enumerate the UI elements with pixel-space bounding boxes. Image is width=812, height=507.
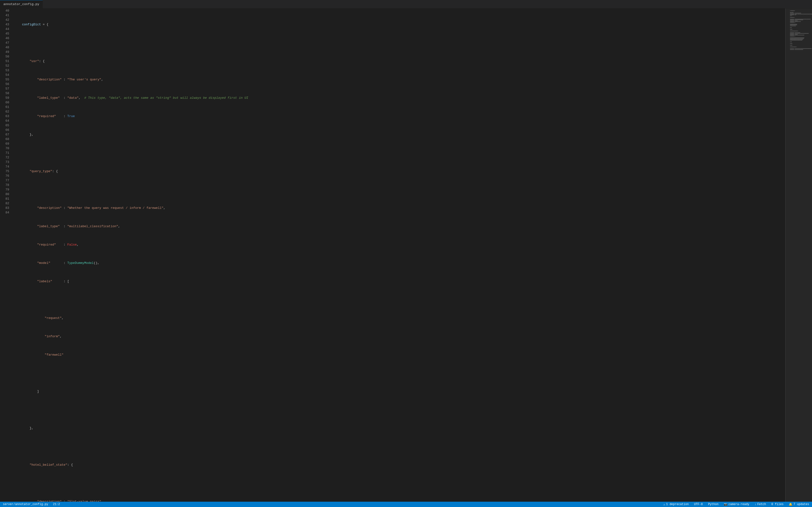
ln-75: 75 — [0, 169, 9, 174]
code-line-55 — [14, 297, 780, 302]
code-line-64: "hotel_belief_state": { — [14, 463, 780, 467]
code-line-41 — [14, 41, 780, 45]
ln-62: 62 — [0, 109, 9, 114]
bell-icon: 🔔 — [789, 503, 793, 506]
ln-48: 48 — [0, 45, 9, 50]
ln-71: 71 — [0, 151, 9, 155]
code-line-46: }, — [14, 132, 780, 137]
updates-label: 7 updates — [794, 503, 809, 506]
ln-79: 79 — [0, 187, 9, 192]
ln-54: 54 — [0, 73, 9, 77]
ln-52: 52 — [0, 63, 9, 68]
code-line-66: "description" : "Slot-value pairs", — [14, 499, 780, 502]
editor-area[interactable]: 40 41 42 43 44 45 46 47 48 49 50 51 52 5… — [0, 8, 812, 502]
ln-81: 81 — [0, 196, 9, 201]
ln-78: 78 — [0, 183, 9, 187]
status-bar-right: ⚠ 1 deprecation UTF-8 Python 📷 camera-re… — [662, 502, 810, 507]
ln-43: 43 — [0, 22, 9, 27]
minimap: ██ ████████████ █ ████ █████ █ █████████… — [785, 8, 812, 502]
encoding-item[interactable]: UTF-8 — [693, 502, 704, 507]
ln-50: 50 — [0, 54, 9, 59]
code-line-59 — [14, 371, 780, 376]
ln-56: 56 — [0, 82, 9, 87]
ln-70: 70 — [0, 146, 9, 151]
ln-77: 77 — [0, 178, 9, 183]
code-line-54: "labels" : [ — [14, 279, 780, 284]
code-line-40: configDict = { — [14, 22, 780, 27]
ln-41: 41 — [0, 13, 9, 18]
ln-83: 83 — [0, 206, 9, 210]
code-line-52: "required" : False, — [14, 242, 780, 247]
code-line-49 — [14, 187, 780, 192]
ln-66: 66 — [0, 128, 9, 132]
line-numbers: 40 41 42 43 44 45 46 47 48 49 50 51 52 5… — [0, 8, 12, 502]
code-line-57: "inform", — [14, 334, 780, 339]
code-line-61 — [14, 407, 780, 412]
ln-42: 42 — [0, 18, 9, 22]
fetch-item[interactable]: ↓ Fetch — [754, 502, 767, 507]
code-line-44: "label_type" : "data", # This type, "dat… — [14, 96, 780, 100]
ln-57: 57 — [0, 87, 9, 91]
ln-53: 53 — [0, 68, 9, 73]
tab-label: annotator_config.py — [3, 2, 39, 6]
code-line-48: "query_type": { — [14, 169, 780, 174]
code-content: configDict = { "usr": { "description" : … — [12, 8, 785, 502]
code-line-56: "request", — [14, 316, 780, 320]
ln-45: 45 — [0, 32, 9, 36]
ln-63: 63 — [0, 114, 9, 119]
files-item[interactable]: 0 files — [770, 502, 784, 507]
git-branch-label: server/annotator_config.py — [3, 503, 48, 506]
minimap-viewport — [785, 8, 812, 502]
code-line-58: "farewell" — [14, 352, 780, 357]
code-line-63 — [14, 444, 780, 449]
fetch-icon: ↓ — [755, 503, 756, 506]
ln-47: 47 — [0, 41, 9, 45]
ln-84: 84 — [0, 210, 9, 215]
ln-73: 73 — [0, 160, 9, 164]
ln-44: 44 — [0, 27, 9, 32]
tab-bar: annotator_config.py — [0, 0, 812, 8]
code-line-51: "label_type" : "multilabel_classificatio… — [14, 224, 780, 229]
code-line-65 — [14, 481, 780, 486]
code-container: 40 41 42 43 44 45 46 47 48 49 50 51 52 5… — [0, 8, 812, 502]
tab-annotator-config[interactable]: annotator_config.py — [0, 0, 43, 8]
ln-69: 69 — [0, 142, 9, 146]
camera-icon: 📷 — [724, 503, 727, 506]
files-label: 0 files — [771, 503, 783, 506]
code-line-50: "description" : "Whether the query was r… — [14, 206, 780, 210]
git-branch-item[interactable]: server/annotator_config.py — [2, 502, 49, 507]
ln-67: 67 — [0, 132, 9, 137]
language-item[interactable]: Python — [707, 502, 719, 507]
code-line-43: "description" : "The user's query", — [14, 77, 780, 82]
warning-icon: ⚠ — [663, 503, 665, 506]
ln-65: 65 — [0, 123, 9, 128]
main-area: 40 41 42 43 44 45 46 47 48 49 50 51 52 5… — [0, 8, 812, 502]
status-bar: server/annotator_config.py 21:2 ⚠ 1 depr… — [0, 502, 812, 507]
ln-74: 74 — [0, 164, 9, 169]
language-label: Python — [708, 503, 718, 506]
camera-ready-item[interactable]: 📷 camera-ready — [723, 502, 750, 507]
ln-64: 64 — [0, 119, 9, 123]
ln-82: 82 — [0, 201, 9, 206]
code-line-62: }, — [14, 426, 780, 431]
ln-49: 49 — [0, 50, 9, 54]
ln-68: 68 — [0, 137, 9, 142]
ln-55: 55 — [0, 77, 9, 82]
status-bar-left: server/annotator_config.py 21:2 — [2, 502, 61, 507]
ln-61: 61 — [0, 105, 9, 109]
cursor-position-item[interactable]: 21:2 — [52, 502, 61, 507]
code-line-42: "usr": { — [14, 59, 780, 63]
deprecation-item[interactable]: ⚠ 1 deprecation — [662, 502, 690, 507]
cursor-position-label: 21:2 — [53, 503, 60, 506]
ln-60: 60 — [0, 100, 9, 105]
code-line-60: ] — [14, 389, 780, 394]
deprecation-label: 1 deprecation — [666, 503, 689, 506]
encoding-label: UTF-8 — [694, 503, 703, 506]
updates-item[interactable]: 🔔 7 updates — [788, 502, 810, 507]
camera-ready-label: camera-ready — [728, 503, 749, 506]
code-line-47 — [14, 151, 780, 155]
ln-51: 51 — [0, 59, 9, 63]
code-line-53: "model" : TypeDummyModel(), — [14, 261, 780, 265]
code-line-45: "required" : True — [14, 114, 780, 119]
ln-46: 46 — [0, 36, 9, 41]
